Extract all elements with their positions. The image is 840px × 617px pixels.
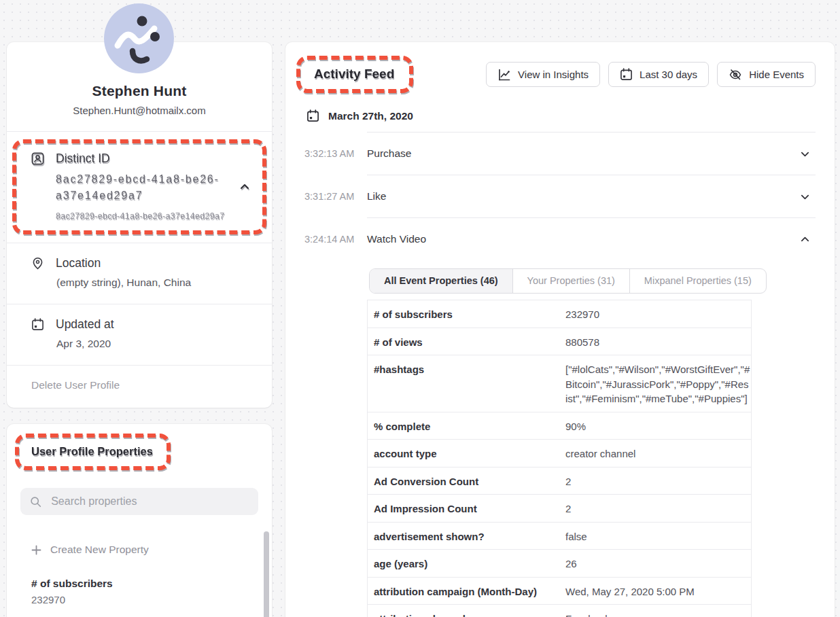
row-value: creator channel [565, 445, 750, 461]
contact-card-icon [31, 152, 44, 165]
scrollbar-thumb[interactable] [264, 531, 269, 617]
event-time: 3:32:13 AM [304, 148, 367, 159]
row-value: 90% [565, 418, 750, 434]
location-pin-icon [31, 257, 44, 270]
right-column: Activity Feed View in Insights [285, 42, 835, 617]
row-value: 2 [565, 500, 750, 516]
properties-title-annotation-box: User Profile Properties [15, 434, 171, 470]
event-properties-panel: All Event Properties (46) Your Propertie… [367, 268, 752, 617]
user-profile-card: Stephen Hunt Stephen.Hunt@hotmailx.com D… [7, 42, 272, 408]
avatar-smiley-icon [104, 3, 174, 73]
row-value: 2 [565, 473, 750, 489]
activity-title-annotation-box: Activity Feed [296, 56, 413, 93]
event-properties-tabs: All Event Properties (46) Your Propertie… [369, 268, 767, 294]
location-label: Location [56, 256, 101, 270]
updated-at-label: Updated at [56, 317, 114, 332]
row-value: false [565, 528, 750, 544]
table-row: # of views 880578 [368, 328, 751, 355]
event-row[interactable]: 3:31:27 AM Like [304, 175, 816, 217]
search-properties-input[interactable] [51, 495, 249, 508]
user-name: Stephen Hunt [7, 83, 272, 99]
updated-at-section: Updated at Apr 3, 2020 [7, 304, 272, 365]
create-new-property-label: Create New Property [50, 544, 149, 556]
hide-events-label: Hide Events [749, 69, 804, 80]
row-label: # of subscribers [368, 306, 565, 322]
calendar-icon [620, 68, 633, 81]
tab-all-event-properties[interactable]: All Event Properties (46) [370, 269, 512, 293]
tab-mixpanel-properties[interactable]: Mixpanel Properties (15) [629, 269, 766, 293]
row-value: ["#lolCats","#Wilson","#WorstGiftEver","… [565, 361, 750, 406]
event-row[interactable]: 3:32:13 AM Purchase [304, 133, 816, 175]
row-label: #hashtags [368, 361, 565, 406]
table-row: % complete 90% [368, 412, 751, 440]
view-in-insights-button[interactable]: View in Insights [486, 62, 600, 87]
row-label: account type [368, 445, 565, 461]
table-row: account type creator channel [368, 439, 751, 467]
table-row: age (years) 26 [368, 549, 751, 577]
event-row-expanded[interactable]: 3:24:14 AM Watch Video [304, 218, 816, 260]
property-value: 232970 [31, 594, 245, 605]
calendar-icon [307, 109, 319, 122]
collapse-caret-icon[interactable] [239, 181, 250, 192]
row-label: Ad Conversion Count [368, 473, 565, 489]
last-30-days-label: Last 30 days [640, 69, 697, 80]
table-row: #hashtags ["#lolCats","#Wilson","#WorstG… [368, 355, 751, 412]
distinct-id-sub-value: 8ac27829-ebcd-41a8-be26-a37e14ed29a7 [56, 211, 249, 221]
event-name: Watch Video [367, 233, 800, 245]
search-properties-box [20, 488, 258, 515]
event-name: Like [367, 190, 800, 202]
activity-feed-title: Activity Feed [314, 67, 394, 81]
delete-user-profile-button[interactable]: Delete User Profile [7, 366, 272, 408]
eye-off-icon [729, 68, 742, 82]
last-30-days-button[interactable]: Last 30 days [608, 62, 709, 87]
location-value: (empty string), Hunan, China [56, 275, 253, 289]
table-row: advertisement shown? false [368, 522, 751, 550]
line-chart-icon [497, 68, 511, 82]
distinct-id-annotation-box: Distinct ID 8ac27829-ebcd-41a8-be26-a37e… [12, 139, 266, 234]
user-avatar [104, 3, 174, 73]
table-row: attribution campaign (Month-Day) Wed, Ma… [368, 577, 751, 605]
distinct-id-value: 8ac27829-ebcd-41a8-be26-a37e14ed29a7 [56, 171, 226, 204]
row-label: Ad Impression Count [368, 500, 565, 516]
row-label: age (years) [368, 555, 565, 571]
event-name: Purchase [367, 147, 800, 160]
property-name: # of subscribers [31, 578, 245, 590]
distinct-id-section: Distinct ID 8ac27829-ebcd-41a8-be26-a37e… [16, 143, 262, 230]
search-icon [30, 495, 41, 508]
table-row: # of subscribers 232970 [368, 300, 751, 328]
row-label: advertisement shown? [368, 528, 565, 544]
properties-title: User Profile Properties [31, 445, 153, 457]
create-new-property-button[interactable]: Create New Property [7, 530, 272, 563]
row-value: 26 [565, 555, 750, 571]
distinct-id-label: Distinct ID [56, 152, 110, 166]
table-row: Ad Conversion Count 2 [368, 467, 751, 495]
activity-feed-card: Activity Feed View in Insights [285, 42, 835, 617]
divider [7, 131, 272, 132]
location-section: Location (empty string), Hunan, China [7, 243, 272, 304]
row-value: 232970 [565, 306, 750, 322]
row-value: Facebook [565, 610, 750, 617]
row-label: attribution campaign (Month-Day) [368, 583, 565, 599]
feed-date: March 27th, 2020 [328, 110, 413, 122]
left-column: Stephen Hunt Stephen.Hunt@hotmailx.com D… [7, 42, 272, 617]
chevron-up-icon[interactable] [800, 234, 810, 245]
chevron-down-icon[interactable] [800, 149, 810, 159]
hide-events-button[interactable]: Hide Events [717, 62, 816, 87]
tab-your-properties[interactable]: Your Properties (31) [512, 269, 629, 293]
user-profile-properties-card: User Profile Properties [7, 424, 272, 617]
user-email: Stephen.Hunt@hotmailx.com [7, 105, 272, 131]
view-in-insights-label: View in Insights [518, 69, 589, 80]
properties-list: Create New Property # of subscribers 232… [7, 526, 272, 617]
event-time: 3:24:14 AM [304, 234, 367, 245]
table-row: Ad Impression Count 2 [368, 494, 751, 522]
chevron-down-icon[interactable] [800, 192, 810, 202]
updated-at-value: Apr 3, 2020 [56, 336, 253, 351]
row-label: # of views [368, 334, 565, 350]
feed-date-row: March 27th, 2020 [307, 109, 816, 122]
row-value: 880578 [565, 334, 750, 350]
page: Stephen Hunt Stephen.Hunt@hotmailx.com D… [0, 0, 840, 617]
list-item[interactable]: # of subscribers 232970 [7, 563, 272, 617]
plus-icon [31, 545, 41, 555]
event-time: 3:31:27 AM [304, 191, 367, 202]
row-label: attribution channel [368, 610, 565, 617]
